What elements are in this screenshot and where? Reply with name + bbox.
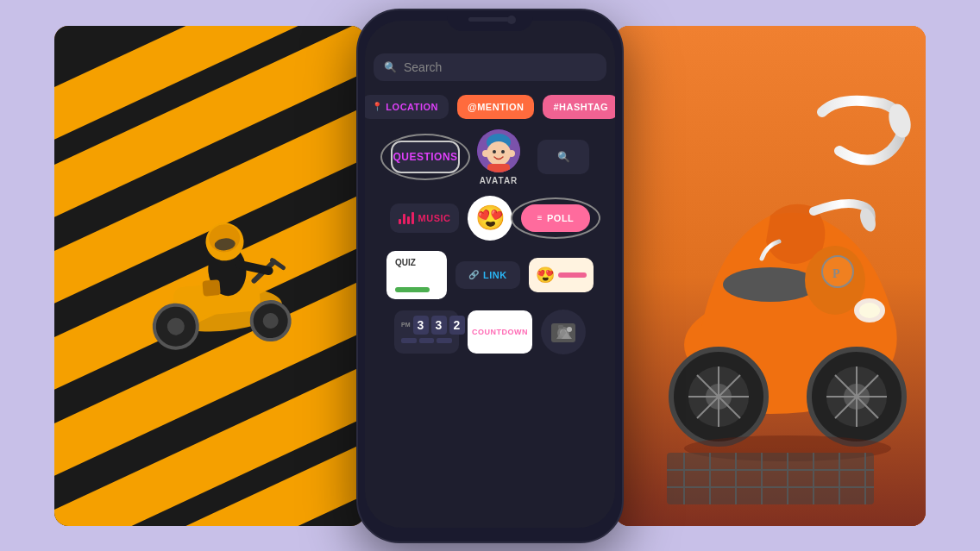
questions-wrapper: QUESTIONS	[391, 141, 460, 173]
timer-dots	[401, 338, 452, 343]
hashtag-sticker[interactable]: #HASHTAG	[543, 95, 615, 119]
questions-sticker[interactable]: QUESTIONS	[391, 141, 460, 173]
countdown-label: COUNTDOWN	[472, 328, 528, 336]
search-input-label: Search	[404, 60, 442, 74]
timer-top: PM 3 3 2	[401, 316, 452, 335]
photo-icon	[548, 316, 579, 348]
timer-digit-1: 3	[413, 316, 429, 335]
avatar-image	[477, 129, 520, 172]
music-label: MUSIC	[418, 213, 451, 223]
svg-point-20	[508, 150, 515, 157]
poll-label: POLL	[547, 213, 574, 223]
emoji-face-sticker[interactable]: 😍	[468, 196, 512, 241]
sticker-row-4: QUIZ 🔗 LINK 😍	[377, 251, 603, 299]
search-icon: 🔍	[384, 61, 397, 73]
questions-label: QUESTIONS	[393, 151, 457, 163]
right-photo: P	[615, 26, 926, 526]
photo-circle-sticker[interactable]	[541, 310, 586, 354]
sticker-row-3: MUSIC 😍 ≡ POLL	[377, 196, 603, 241]
emoji-face-icon: 😍	[475, 203, 506, 232]
left-photo	[54, 26, 365, 526]
svg-point-17	[493, 150, 496, 153]
stickers-grid: 📍 LOCATION @MENTION #HASHTAG	[374, 95, 606, 354]
music-sticker[interactable]: MUSIC	[390, 203, 459, 233]
timer-dot-3	[437, 338, 452, 343]
vespa-svg: P	[615, 26, 926, 526]
svg-point-51	[859, 303, 880, 318]
link-icon: 🔗	[468, 270, 480, 279]
mention-sticker[interactable]: @MENTION	[457, 95, 534, 119]
emoji-love-sticker[interactable]: 😍	[529, 258, 594, 292]
timer-sticker[interactable]: PM 3 3 2	[394, 310, 459, 354]
rider-svg	[108, 172, 312, 360]
phone-notch	[447, 10, 533, 31]
svg-rect-53	[667, 453, 874, 504]
poll-icon: ≡	[537, 213, 543, 222]
avatar-label: AVATAR	[480, 176, 518, 185]
hashtag-label: #HASHTAG	[553, 102, 608, 112]
search-mini-sticker[interactable]: 🔍	[537, 140, 589, 174]
avatar-sticker[interactable]: AVATAR	[468, 129, 529, 185]
timer-pm-label: PM	[401, 322, 411, 328]
sticker-row-5: PM 3 3 2	[377, 310, 603, 354]
main-layout: 🔍 Search 📍 LOCATION @MENTION #HASHTAG	[0, 0, 980, 551]
phone-screen: 🔍 Search 📍 LOCATION @MENTION #HASHTAG	[365, 21, 615, 528]
phone-frame: 🔍 Search 📍 LOCATION @MENTION #HASHTAG	[356, 9, 624, 543]
svg-rect-21	[487, 164, 510, 172]
quiz-sticker[interactable]: QUIZ	[386, 251, 447, 299]
love-progress-bar	[558, 272, 587, 278]
svg-line-7	[273, 259, 284, 268]
sticker-row-2: QUESTIONS	[377, 129, 603, 185]
svg-text:P: P	[832, 267, 840, 280]
timer-digit-2: 3	[431, 316, 447, 335]
svg-rect-25	[558, 325, 563, 329]
avatar-svg	[477, 129, 520, 172]
location-icon: 📍	[372, 102, 383, 111]
timer-digit-3: 2	[449, 316, 465, 335]
svg-rect-13	[202, 279, 220, 297]
poll-wrapper: ≡ POLL	[521, 204, 590, 232]
link-sticker[interactable]: 🔗 LINK	[455, 261, 520, 289]
sticker-row-1: 📍 LOCATION @MENTION #HASHTAG	[377, 95, 603, 119]
svg-point-18	[501, 150, 505, 153]
mention-label: @MENTION	[468, 102, 524, 112]
speaker	[468, 17, 512, 22]
camera	[507, 16, 516, 24]
svg-point-32	[723, 267, 818, 302]
poll-sticker[interactable]: ≡ POLL	[521, 204, 590, 232]
search-bar[interactable]: 🔍 Search	[374, 53, 606, 81]
quiz-progress-bar	[395, 287, 430, 292]
timer-dot-1	[401, 338, 417, 343]
link-label: LINK	[483, 270, 507, 280]
svg-point-19	[482, 150, 489, 157]
svg-point-16	[487, 141, 511, 166]
timer-dot-2	[419, 338, 435, 343]
timer-digits: 3 3 2	[413, 316, 465, 335]
emoji-love-icon: 😍	[536, 266, 555, 285]
location-sticker[interactable]: 📍 LOCATION	[365, 95, 449, 119]
location-label: LOCATION	[386, 102, 438, 112]
quiz-label: QUIZ	[395, 258, 438, 267]
search-mini-icon: 🔍	[557, 151, 570, 163]
svg-point-28	[567, 327, 572, 332]
countdown-sticker[interactable]: COUNTDOWN	[468, 310, 532, 354]
music-icon	[399, 212, 414, 224]
